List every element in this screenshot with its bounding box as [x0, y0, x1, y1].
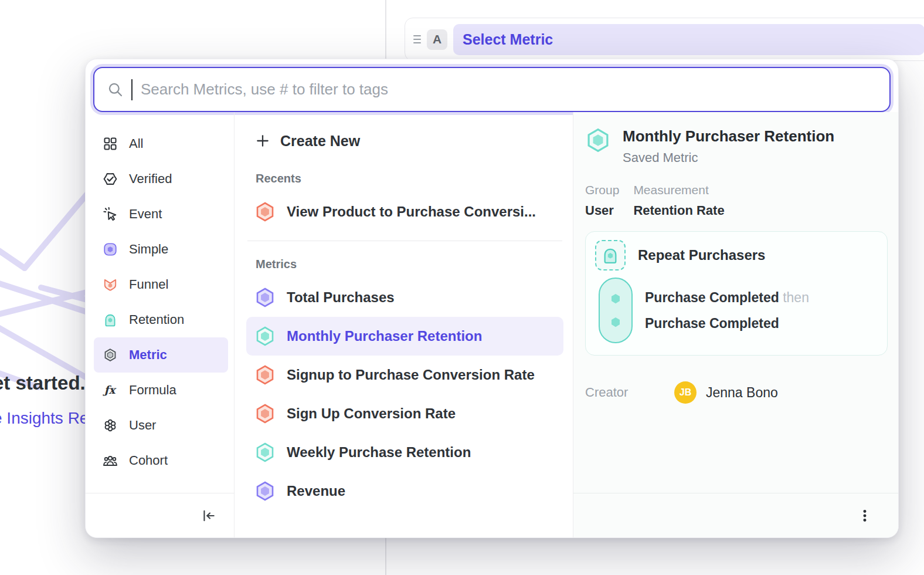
recent-item[interactable]: View Product to Purchase Conversi...	[246, 192, 563, 231]
query-row-card: A Select Metric	[405, 18, 924, 61]
funnel-hexagon-icon	[254, 201, 276, 222]
background-link-fragment[interactable]: e Insights Re	[0, 409, 89, 428]
definition-steps: Purchase Completed then Purchase Complet…	[599, 278, 878, 343]
metric-item-weekly-purchase-retention[interactable]: Weekly Purchase Retention	[246, 433, 563, 472]
sidebar-item-label: Formula	[129, 383, 176, 398]
retention-arch-icon	[601, 246, 620, 265]
sidebar-item-label: Simple	[129, 242, 168, 257]
sidebar-item-retention[interactable]: Retention	[94, 302, 228, 337]
sidebar-item-verified[interactable]: Verified	[94, 161, 228, 197]
creator-avatar: JB	[674, 381, 697, 404]
recent-item-label: View Product to Purchase Conversi...	[287, 204, 536, 220]
metrics-section-header: Metrics	[256, 258, 563, 271]
sidebar-item-formula[interactable]: ƒx Formula	[94, 373, 228, 408]
preview-header: Monthly Purchaser Retention Saved Metric	[585, 127, 888, 165]
simple-metric-icon	[103, 242, 118, 257]
measurement-value: Retention Rate	[633, 203, 724, 218]
sidebar-item-label: Metric	[129, 347, 167, 363]
step-lines: Purchase Completed then Purchase Complet…	[645, 290, 809, 332]
recents-section-header: Recents	[256, 172, 563, 185]
funnel-hexagon-icon	[254, 403, 276, 424]
metric-item-revenue[interactable]: Revenue	[246, 472, 563, 510]
group-field: Group User	[585, 183, 619, 218]
event-hexagon-icon	[607, 313, 624, 331]
metric-preview-content: Monthly Purchaser Retention Saved Metric…	[573, 112, 898, 493]
create-new-label: Create New	[280, 133, 360, 150]
group-value: User	[585, 203, 619, 218]
definition-header: Repeat Purchasers	[595, 240, 878, 270]
preview-subtitle: Saved Metric	[623, 150, 834, 165]
metric-item-label: Weekly Purchase Retention	[287, 444, 471, 461]
text-caret	[131, 79, 133, 100]
sidebar-item-user[interactable]: User	[94, 408, 228, 443]
drag-handle-icon[interactable]	[412, 35, 421, 43]
retention-hexagon-icon	[254, 326, 276, 347]
step-1-suffix: then	[783, 290, 809, 305]
cohort-icon	[103, 453, 118, 468]
cursor-click-icon	[103, 207, 118, 222]
sidebar-item-simple[interactable]: Simple	[94, 232, 228, 267]
funnel-icon	[103, 277, 118, 292]
kebab-menu-icon[interactable]	[855, 506, 875, 526]
sidebar-item-label: Event	[129, 207, 162, 222]
grid-icon	[103, 136, 118, 151]
sidebar-item-all[interactable]: All	[94, 126, 228, 161]
creator-label: Creator	[585, 385, 674, 400]
measurement-field: Measurement Retention Rate	[633, 183, 724, 218]
preview-fields: Group User Measurement Retention Rate	[585, 183, 888, 218]
sidebar-item-label: Retention	[129, 312, 184, 327]
sidebar-item-label: Cohort	[129, 453, 168, 468]
search-input[interactable]	[141, 80, 877, 99]
collapse-left-icon[interactable]	[199, 506, 219, 526]
select-metric-label: Select Metric	[463, 31, 553, 48]
retention-hexagon-icon	[585, 127, 611, 153]
verified-badge-icon	[103, 171, 118, 187]
sidebar-item-label: User	[129, 418, 156, 433]
simple-hexagon-icon	[254, 481, 276, 502]
metric-hexagon-icon	[103, 347, 118, 363]
step-2: Purchase Completed	[645, 316, 809, 332]
metric-item-signup-to-purchase-conversion-rate[interactable]: Signup to Purchase Conversion Rate	[246, 356, 563, 394]
funnel-hexagon-icon	[254, 364, 276, 385]
behavior-dashed-icon	[595, 240, 626, 270]
user-cluster-icon	[103, 418, 118, 433]
sidebar-item-event[interactable]: Event	[94, 197, 228, 232]
svg-text:ƒx: ƒx	[103, 384, 117, 396]
row-letter-badge: A	[427, 29, 447, 50]
metric-item-label: Total Purchases	[287, 289, 395, 306]
filter-sidebar-list: All Verified	[86, 112, 234, 493]
select-metric-pill[interactable]: Select Metric	[453, 24, 924, 55]
list-divider	[247, 241, 562, 241]
creator-name: Jenna Bono	[706, 385, 778, 401]
simple-hexagon-icon	[254, 287, 276, 308]
create-new-button[interactable]: Create New	[246, 126, 563, 155]
metric-list-column: Create New Recents View Product to Purch…	[235, 112, 573, 537]
background-heading-fragment: et started.	[0, 372, 86, 394]
sidebar-item-label: Funnel	[129, 277, 168, 292]
metric-item-sign-up-conversion-rate[interactable]: Sign Up Conversion Rate	[246, 394, 563, 433]
metric-item-total-purchases[interactable]: Total Purchases	[246, 278, 563, 317]
metric-picker-modal: All Verified	[85, 59, 899, 538]
metric-item-monthly-purchaser-retention[interactable]: Monthly Purchaser Retention	[246, 317, 563, 356]
formula-icon: ƒx	[103, 383, 118, 398]
retention-icon	[103, 312, 118, 327]
sidebar-item-metric[interactable]: Metric	[94, 337, 228, 373]
retention-hexagon-icon	[254, 442, 276, 463]
sidebar-item-cohort[interactable]: Cohort	[94, 443, 228, 478]
search-box[interactable]	[93, 67, 891, 112]
metric-item-label: Signup to Purchase Conversion Rate	[287, 367, 535, 383]
preview-footer	[573, 493, 898, 537]
sidebar-item-label: All	[129, 136, 143, 151]
event-hexagon-icon	[607, 290, 624, 307]
sidebar-item-funnel[interactable]: Funnel	[94, 267, 228, 302]
metric-item-label: Sign Up Conversion Rate	[287, 405, 456, 422]
step-1-event: Purchase Completed	[645, 290, 779, 305]
sidebar-item-label: Verified	[129, 171, 172, 187]
metric-item-label: Revenue	[287, 483, 345, 499]
preview-title: Monthly Purchaser Retention	[623, 127, 834, 146]
group-label: Group	[585, 183, 619, 197]
plus-icon	[255, 133, 270, 148]
measurement-label: Measurement	[633, 183, 724, 197]
metric-item-label: Monthly Purchaser Retention	[287, 328, 482, 344]
step-1: Purchase Completed then	[645, 290, 809, 306]
